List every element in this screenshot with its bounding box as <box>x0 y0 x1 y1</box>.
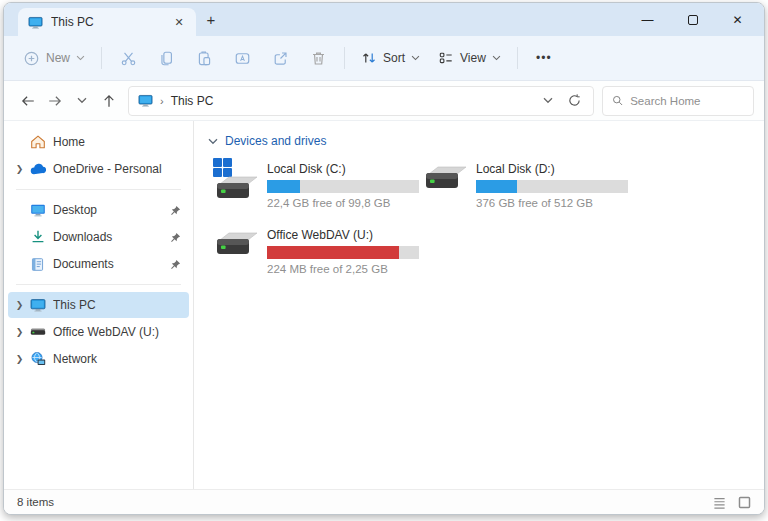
network-icon <box>29 351 46 368</box>
navigation-pane: Home ❯ OneDrive - Personal Desktop <box>4 121 194 489</box>
share-icon <box>272 50 289 67</box>
onedrive-icon <box>29 161 46 178</box>
drive-name: Local Disk (C:) <box>267 162 419 176</box>
capacity-bar <box>267 246 419 259</box>
home-icon <box>29 134 46 151</box>
sort-button[interactable]: Sort <box>352 42 429 74</box>
sidebar-divider <box>16 284 181 285</box>
large-icons-view-icon[interactable] <box>738 496 751 509</box>
address-bar: › This PC <box>4 81 764 121</box>
drive-capacity-text: 22,4 GB free of 99,8 GB <box>267 197 419 209</box>
drive-tile-d[interactable]: Local Disk (D:) 376 GB free of 512 GB <box>421 158 630 209</box>
capacity-bar <box>267 180 419 193</box>
see-more-button[interactable]: ••• <box>525 42 563 74</box>
sidebar-item-label: Office WebDAV (U:) <box>53 325 182 339</box>
delete-button[interactable] <box>299 42 337 74</box>
back-button[interactable] <box>14 87 41 114</box>
address-dropdown-icon[interactable] <box>543 97 553 104</box>
search-box[interactable] <box>602 86 754 116</box>
group-header-devices-and-drives[interactable]: Devices and drives <box>208 134 764 148</box>
sidebar-item-home[interactable]: Home <box>8 129 189 155</box>
sidebar-item-desktop[interactable]: Desktop <box>8 197 189 223</box>
new-button-label: New <box>46 51 70 65</box>
drive-tile-u[interactable]: Office WebDAV (U:) 224 MB free of 2,25 G… <box>212 224 421 275</box>
sidebar-item-label: Documents <box>53 257 169 271</box>
drives-grid: Local Disk (C:) 22,4 GB free of 99,8 GB … <box>212 158 764 275</box>
expand-chevron-icon[interactable]: ❯ <box>12 327 27 337</box>
copy-icon <box>158 50 175 67</box>
file-explorer-window: This PC ✕ + — ✕ New <box>3 2 765 515</box>
tab-bar: This PC ✕ + — ✕ <box>4 3 764 36</box>
capacity-bar-fill <box>267 246 399 259</box>
window-controls: — ✕ <box>625 3 760 36</box>
view-icon <box>438 50 454 66</box>
maximize-button[interactable] <box>670 3 715 36</box>
share-button[interactable] <box>261 42 299 74</box>
toolbar-divider <box>517 47 518 69</box>
forward-button[interactable] <box>41 87 68 114</box>
view-button[interactable]: View <box>429 42 510 74</box>
sidebar-item-label: This PC <box>53 298 182 312</box>
tab-this-pc[interactable]: This PC ✕ <box>18 8 196 36</box>
sort-icon <box>361 50 377 66</box>
close-button[interactable]: ✕ <box>715 3 760 36</box>
sidebar-item-label: Network <box>53 352 182 366</box>
hard-drive-icon <box>212 172 258 200</box>
search-icon <box>612 94 623 107</box>
rename-button[interactable] <box>223 42 261 74</box>
sidebar-item-onedrive[interactable]: ❯ OneDrive - Personal <box>8 156 189 182</box>
this-pc-icon <box>138 93 153 108</box>
minimize-button[interactable]: — <box>625 3 670 36</box>
item-count: 8 items <box>17 496 713 508</box>
back-arrow-icon <box>20 93 36 109</box>
hard-drive-icon <box>421 162 467 190</box>
status-bar: 8 items <box>4 489 764 514</box>
collapse-chevron-icon <box>208 138 218 145</box>
toolbar-divider <box>344 47 345 69</box>
chevron-down-icon <box>411 55 420 61</box>
command-toolbar: New Sort View <box>4 36 764 81</box>
maximize-icon <box>688 15 698 25</box>
capacity-bar-fill <box>476 180 517 193</box>
sidebar-item-label: Desktop <box>53 203 169 217</box>
search-input[interactable] <box>630 95 744 107</box>
expand-chevron-icon[interactable]: ❯ <box>12 300 27 310</box>
drive-capacity-text: 376 GB free of 512 GB <box>476 197 628 209</box>
drive-tile-c[interactable]: Local Disk (C:) 22,4 GB free of 99,8 GB <box>212 158 421 209</box>
sidebar-item-label: Home <box>53 135 182 149</box>
up-arrow-icon <box>101 93 117 109</box>
new-button[interactable]: New <box>14 42 94 74</box>
sidebar-item-this-pc[interactable]: ❯ This PC <box>8 292 189 318</box>
items-view: Devices and drives Local Disk (C:) 22,4 … <box>194 121 764 489</box>
capacity-bar <box>476 180 628 193</box>
expand-chevron-icon[interactable]: ❯ <box>12 354 27 364</box>
chevron-down-icon <box>76 55 85 61</box>
refresh-icon[interactable] <box>567 93 582 108</box>
sidebar-item-downloads[interactable]: Downloads <box>8 224 189 250</box>
sidebar-divider <box>16 189 181 190</box>
recent-locations-button[interactable] <box>68 87 95 114</box>
downloads-icon <box>29 229 46 246</box>
cut-button[interactable] <box>109 42 147 74</box>
this-pc-icon <box>28 15 43 30</box>
tab-close-icon[interactable]: ✕ <box>170 13 188 31</box>
sidebar-item-office-webdav[interactable]: ❯ Office WebDAV (U:) <box>8 319 189 345</box>
pin-icon <box>169 232 182 243</box>
new-tab-button[interactable]: + <box>196 6 226 34</box>
sidebar-item-documents[interactable]: Documents <box>8 251 189 277</box>
copy-button[interactable] <box>147 42 185 74</box>
view-button-label: View <box>460 51 486 65</box>
breadcrumb-location[interactable]: This PC <box>171 94 214 108</box>
paste-button[interactable] <box>185 42 223 74</box>
breadcrumb[interactable]: › This PC <box>128 86 594 116</box>
details-view-icon[interactable] <box>713 496 726 509</box>
up-button[interactable] <box>95 87 122 114</box>
pin-icon <box>169 259 182 270</box>
sidebar-item-label: OneDrive - Personal <box>53 162 182 176</box>
toolbar-divider <box>101 47 102 69</box>
group-header-label: Devices and drives <box>225 134 326 148</box>
tab-label: This PC <box>51 15 170 29</box>
sidebar-item-network[interactable]: ❯ Network <box>8 346 189 372</box>
hard-drive-icon <box>212 228 258 256</box>
expand-chevron-icon[interactable]: ❯ <box>12 164 27 174</box>
